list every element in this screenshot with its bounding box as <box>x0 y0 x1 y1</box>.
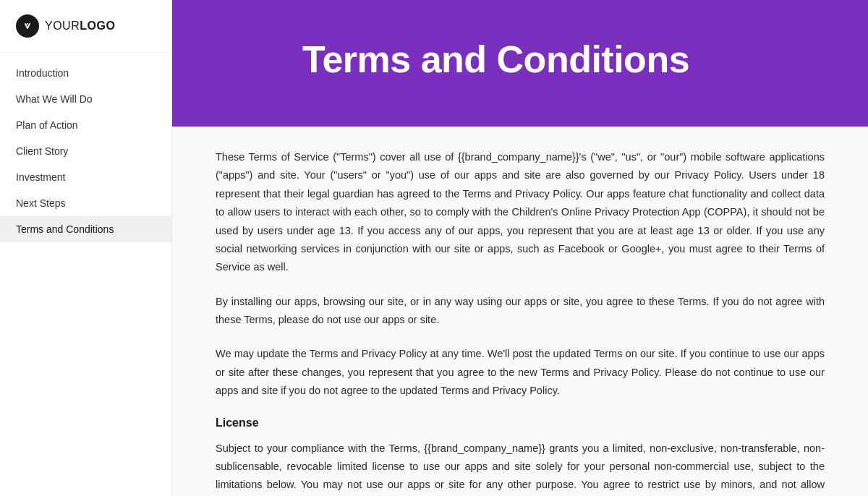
hero-banner: Terms and Conditions <box>172 0 868 127</box>
svg-point-1 <box>27 23 28 25</box>
sidebar-item-introduction[interactable]: Introduction <box>0 60 171 86</box>
sidebar-item-next-steps[interactable]: Next Steps <box>0 190 171 216</box>
nav-list: Introduction What We Will Do Plan of Act… <box>0 60 171 249</box>
sidebar-item-what-we-will-do[interactable]: What We Will Do <box>0 86 171 112</box>
logo-area: YOURLOGO <box>0 0 171 53</box>
sidebar-item-terms-and-conditions[interactable]: Terms and Conditions <box>0 216 171 242</box>
sidebar: YOURLOGO Introduction What We Will Do Pl… <box>0 0 172 496</box>
svg-point-0 <box>22 20 34 33</box>
content-body: These Terms of Service ("Terms") cover a… <box>172 127 868 496</box>
logo-icon <box>16 14 39 38</box>
paragraph-2: By installing our apps, browsing our sit… <box>216 293 825 330</box>
sidebar-item-investment[interactable]: Investment <box>0 164 171 190</box>
logo-text: YOURLOGO <box>45 20 115 33</box>
hero-title: Terms and Conditions <box>302 39 689 80</box>
sidebar-item-client-story[interactable]: Client Story <box>0 138 171 164</box>
sidebar-item-plan-of-action[interactable]: Plan of Action <box>0 112 171 138</box>
paragraph-1: These Terms of Service ("Terms") cover a… <box>216 148 825 277</box>
paragraph-3: We may update the Terms and Privacy Poli… <box>216 345 825 400</box>
paragraph-4: Subject to your compliance with the Term… <box>216 440 825 497</box>
license-heading: License <box>216 416 825 429</box>
main-content: Terms and Conditions These Terms of Serv… <box>172 0 868 496</box>
